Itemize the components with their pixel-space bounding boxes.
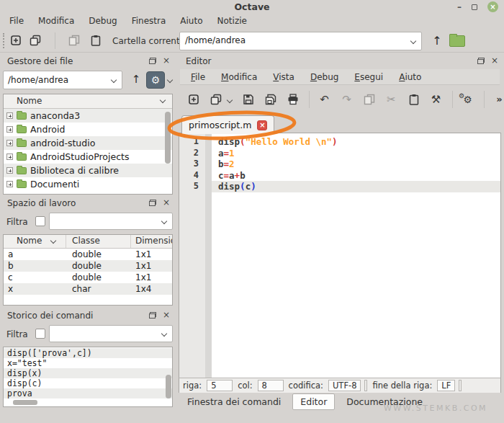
code-editor[interactable]: 1disp("Hello World \n")2a=13b=24c=a+b5di… [179,133,501,378]
fold-margin[interactable] [205,170,212,182]
close-icon[interactable]: × [163,57,170,64]
restore-button[interactable] [472,4,477,10]
undock-icon[interactable] [149,58,156,64]
paste-icon[interactable] [408,94,420,106]
new-script-icon[interactable] [9,35,22,47]
line-number[interactable]: 2 [179,148,205,159]
workspace-row[interactable]: xchar1x4 [4,283,172,295]
menu-item-finestra[interactable]: Finestra [125,14,174,29]
workspace-table-header[interactable]: Nome Classe Dimensione [4,235,172,249]
history-item[interactable]: disp(x) [4,368,172,378]
print-icon[interactable] [287,94,299,106]
fold-margin[interactable] [205,136,212,148]
file-item[interactable]: Android [4,123,172,136]
bottom-tab-editor[interactable]: Editor [292,393,335,410]
undock-icon[interactable] [477,58,485,64]
editor-menu-file[interactable]: File [183,69,213,85]
bottom-tab-finestra-dei-comandi[interactable]: Finestra dei comandi [180,394,288,409]
fold-margin[interactable] [205,181,212,192]
line-number[interactable]: 3 [179,159,205,170]
close-icon[interactable]: × [163,311,170,319]
file-item[interactable]: Documenti [4,177,172,191]
close-icon[interactable]: × [163,199,170,206]
workspace-filter-combobox[interactable] [49,213,173,230]
browse-folder-button[interactable] [449,35,465,49]
chevron-down-icon[interactable] [111,77,117,83]
filter-checkbox[interactable] [35,216,45,226]
code-text[interactable]: c=a+b [212,170,500,182]
chevron-down-icon[interactable] [161,331,167,337]
column-dimensione-header[interactable]: Dimensione [135,236,173,246]
column-nome-header[interactable]: Nome [17,236,42,246]
chevron-down-icon[interactable] [161,218,167,224]
line-number[interactable]: 1 [179,136,205,148]
file-item[interactable]: anaconda3 [4,109,172,123]
find-replace-icon[interactable]: ⚒ [430,94,442,106]
copy-icon[interactable] [68,35,80,47]
expand-icon[interactable] [6,181,13,187]
menu-item-modifica[interactable]: Modifica [31,14,81,29]
close-icon[interactable]: × [491,57,498,64]
file-list-scrollbar[interactable] [165,112,171,164]
history-item[interactable]: disp(c) [4,378,172,388]
undock-icon[interactable] [149,200,156,206]
file-list-header[interactable]: Nome [4,94,172,109]
paste-icon[interactable] [89,35,102,47]
file-browser-path-combobox[interactable]: /home/andrea [3,71,122,89]
save-all-icon[interactable] [264,94,276,106]
history-item[interactable]: x="test" [4,358,172,368]
code-text[interactable]: b=2 [212,159,500,170]
undo-icon[interactable]: ↶ [318,94,330,106]
undock-icon[interactable] [149,312,156,319]
run-script-icon[interactable]: ⚙⚙ [462,94,474,106]
code-text[interactable]: disp("Hello World \n") [212,136,500,148]
editor-menu-vista[interactable]: Vista [265,69,302,85]
file-item[interactable]: Biblioteca di calibre [4,164,172,177]
menu-item-notizie[interactable]: Notizie [210,14,254,29]
redo-icon[interactable]: ↷ [341,94,353,106]
expand-icon[interactable] [6,167,13,174]
menu-item-file[interactable]: File [2,14,31,29]
history-hscrollbar[interactable] [13,400,37,405]
file-item[interactable]: AndroidStudioProjects [4,150,172,164]
line-number[interactable]: 4 [179,170,205,182]
column-classe-header[interactable]: Classe [72,236,100,246]
editor-tab[interactable]: primoscript.m × [181,115,274,134]
code-text[interactable]: a=1 [212,148,500,159]
history-vscrollbar[interactable] [166,375,171,398]
actions-menu-button[interactable]: ⚙ [146,71,165,89]
expand-icon[interactable] [6,126,13,133]
chevron-down-icon[interactable] [167,77,173,83]
chevron-down-icon[interactable] [410,38,416,44]
toolbar-overflow-button[interactable]: » [493,94,504,106]
workspace-row[interactable]: cdouble1x1 [4,272,172,283]
fold-margin[interactable] [205,148,212,159]
column-name-header[interactable]: Nome [17,96,42,106]
history-filter-combobox[interactable] [49,325,173,342]
open-file-icon[interactable] [29,35,41,47]
save-icon[interactable] [242,94,254,106]
code-text[interactable]: disp(c) [212,181,500,192]
current-folder-combobox[interactable]: /home/andrea [179,32,422,50]
folder-up-button[interactable]: ↑ [429,33,445,49]
expand-icon[interactable] [6,140,13,146]
chevron-down-icon[interactable] [160,97,166,103]
copy-icon[interactable] [363,94,375,106]
line-number[interactable]: 5 [179,181,205,192]
editor-menu-debug[interactable]: Debug [302,69,346,85]
history-item[interactable]: prova [4,388,172,398]
close-button[interactable]: × [487,1,498,12]
file-item[interactable]: android-studio [4,136,172,150]
editor-menu-esegui[interactable]: Esegui [346,69,391,85]
directory-up-button[interactable]: ↑ [128,73,144,86]
expand-icon[interactable] [6,153,13,160]
expand-icon[interactable] [6,112,13,119]
fold-margin[interactable] [205,159,212,170]
workspace-row[interactable]: bdouble1x1 [4,260,172,272]
sort-chevron-icon[interactable] [50,238,56,244]
menu-item-aiuto[interactable]: Aiuto [173,14,210,29]
new-script-icon[interactable] [187,94,199,106]
filter-checkbox[interactable] [35,329,45,339]
workspace-row[interactable]: adouble1x1 [4,249,172,260]
cut-icon[interactable]: ✂ [385,94,397,106]
